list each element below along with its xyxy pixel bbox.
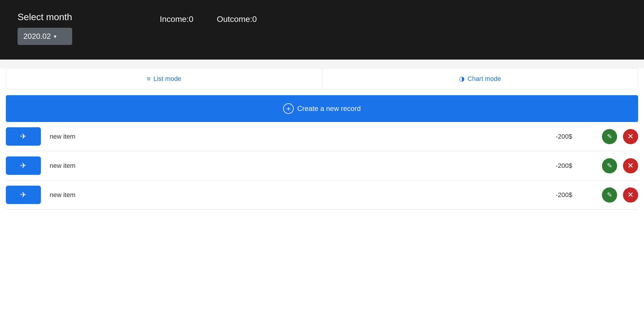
month-selector[interactable]: 2020.02 ▾ — [18, 28, 72, 45]
item-amount-2: -200$ — [535, 162, 593, 170]
item-amount-3: -200$ — [535, 191, 593, 199]
outcome-stat: Outcome:0 — [217, 15, 257, 24]
income-stat: Income:0 — [160, 15, 193, 24]
create-record-button[interactable]: + Create a new record — [6, 95, 638, 122]
header-stats: Income:0 Outcome:0 — [160, 12, 257, 24]
main-content: ≡ List mode ◑ Chart mode + Create a new … — [0, 68, 644, 324]
list-items: ✈ new item -200$ ✎ ✕ ✈ new item -200$ ✎ — [6, 122, 638, 210]
item-actions-1: ✎ ✕ — [602, 129, 638, 144]
tab-list[interactable]: ≡ List mode — [6, 69, 322, 89]
item-category-button-2[interactable]: ✈ — [6, 156, 41, 175]
chevron-down-icon: ▾ — [54, 33, 56, 40]
item-category-button-1[interactable]: ✈ — [6, 127, 41, 146]
list-item: ✈ new item -200$ ✎ ✕ — [6, 180, 638, 210]
edit-button-1[interactable]: ✎ — [602, 129, 617, 144]
tab-chart-label: Chart mode — [468, 75, 501, 83]
edit-button-3[interactable]: ✎ — [602, 187, 617, 203]
delete-button-2[interactable]: ✕ — [623, 158, 638, 173]
item-actions-3: ✎ ✕ — [602, 187, 638, 203]
tabs-container: ≡ List mode ◑ Chart mode — [6, 68, 638, 89]
item-amount-1: -200$ — [535, 133, 593, 140]
close-icon: ✕ — [627, 161, 634, 170]
airplane-icon: ✈ — [20, 161, 27, 170]
item-name-1: new item — [50, 133, 526, 140]
item-category-button-3[interactable]: ✈ — [6, 186, 41, 204]
edit-button-2[interactable]: ✎ — [602, 158, 617, 173]
tab-list-label: List mode — [153, 75, 181, 83]
select-month-label: Select month — [18, 12, 72, 22]
airplane-icon: ✈ — [20, 132, 27, 141]
close-icon: ✕ — [627, 132, 634, 141]
edit-icon: ✎ — [607, 133, 612, 140]
delete-button-1[interactable]: ✕ — [623, 129, 638, 144]
list-item: ✈ new item -200$ ✎ ✕ — [6, 122, 638, 151]
list-item: ✈ new item -200$ ✎ ✕ — [6, 151, 638, 180]
item-name-3: new item — [50, 191, 526, 199]
item-actions-2: ✎ ✕ — [602, 158, 638, 173]
tab-chart[interactable]: ◑ Chart mode — [322, 69, 638, 89]
close-icon: ✕ — [627, 190, 634, 199]
month-value: 2020.02 — [23, 32, 51, 41]
airplane-icon: ✈ — [20, 190, 27, 199]
delete-button-3[interactable]: ✕ — [623, 187, 638, 203]
edit-icon: ✎ — [607, 162, 612, 170]
chart-icon: ◑ — [459, 75, 465, 83]
create-record-label: Create a new record — [297, 104, 361, 113]
edit-icon: ✎ — [607, 191, 612, 199]
item-name-2: new item — [50, 162, 526, 170]
header-left: Select month 2020.02 ▾ — [18, 12, 72, 45]
list-icon: ≡ — [147, 75, 150, 83]
plus-icon: + — [283, 103, 294, 114]
header: Select month 2020.02 ▾ Income:0 Outcome:… — [0, 0, 644, 60]
